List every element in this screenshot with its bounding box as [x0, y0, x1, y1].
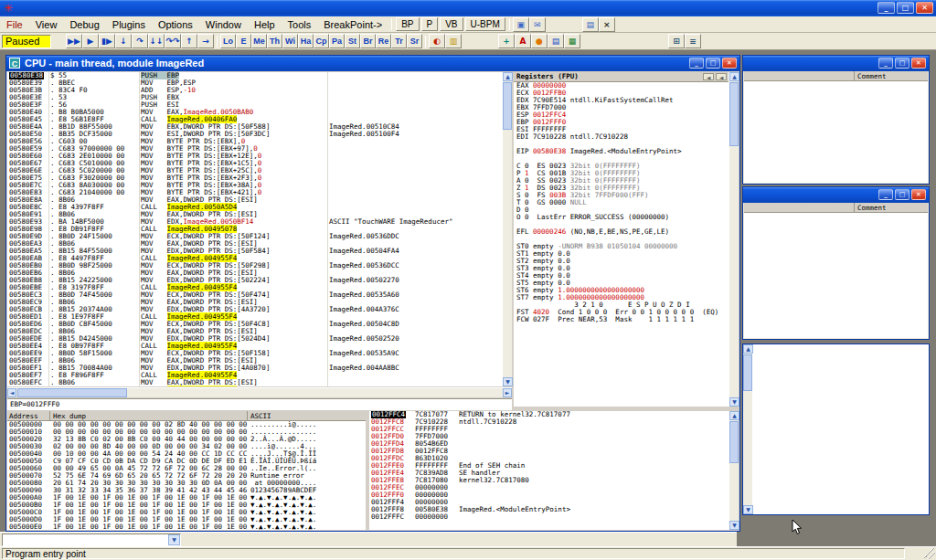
window-shortcut-button[interactable]: Lo [220, 34, 236, 48]
menu-icon[interactable]: ≡ [685, 34, 701, 48]
scroll-thumb[interactable] [729, 421, 739, 463]
float-pane-scrollbar[interactable]: ▲ ▼ [743, 344, 753, 514]
window-icon[interactable]: ▣ [513, 17, 529, 32]
menu-item[interactable]: Plugins [106, 18, 152, 31]
register-line[interactable]: EFL 00000246 (NO,NB,E,BE,NS,PE,GE,LE) [514, 228, 729, 236]
step-into-button[interactable]: ↓ [115, 34, 132, 48]
menu-item[interactable]: View [29, 18, 64, 31]
register-line[interactable]: O 0 LastErr ERROR_SUCCESS (00000000) [514, 214, 729, 221]
window-shortcut-button[interactable]: Me [251, 34, 267, 48]
stack-pane[interactable]: 0012FFC47C817077RETURN to kernel32.7C817… [369, 411, 729, 530]
menu-toolbar-button[interactable]: VB [440, 17, 463, 31]
run-button[interactable]: ▶ [82, 34, 99, 48]
tile-windows-icon[interactable]: ⊞ [668, 34, 685, 48]
menu-item[interactable]: Debug [63, 18, 105, 31]
window-shortcut-button[interactable]: Sr [407, 34, 422, 48]
scroll-thumb[interactable] [503, 82, 512, 130]
breakpoint-icon[interactable]: ◐ [429, 34, 445, 48]
float-window-content[interactable] [744, 213, 928, 348]
pause-button[interactable]: ▮▶ [99, 34, 115, 48]
disasm-hscrollbar[interactable]: ◄ ► [7, 387, 512, 397]
stack-scrollbar[interactable]: ▲ ▼ [729, 411, 739, 530]
mail-icon[interactable]: ✉ [529, 17, 546, 32]
appearance-icon[interactable]: A [515, 34, 531, 48]
menu-item[interactable]: Help [248, 18, 282, 31]
maximize-button[interactable]: □ [895, 189, 909, 200]
options-icon[interactable]: ▤ [548, 34, 564, 48]
window-shortcut-button[interactable]: Wi [282, 34, 298, 48]
dump-row[interactable]: 005000E01F 00 1E 00 1F 00 1E 00 1F 00 1E… [7, 523, 366, 530]
menu-toolbar-button[interactable]: BP [396, 17, 419, 31]
app-titlebar[interactable]: ✳ _□✕ [0, 0, 936, 16]
maximize-button[interactable]: □ [897, 2, 914, 14]
menu-item[interactable]: Tools [282, 18, 318, 31]
register-line[interactable]: FCW 027F Prec NEAR,53 Mask 1 1 1 1 1 1 [514, 316, 729, 323]
disasm-row[interactable]: 00580E3E.53PUSH EBX [7, 94, 502, 101]
scroll-right-icon[interactable]: ► [503, 388, 512, 397]
patch-icon[interactable]: ▥ [445, 34, 462, 48]
menu-item[interactable]: Window [199, 18, 248, 31]
scroll-down-icon[interactable]: ▼ [503, 377, 513, 386]
close-button[interactable]: ✕ [911, 189, 926, 200]
float-pane-3[interactable]: ▲ ▼ [742, 343, 930, 515]
minimize-button[interactable]: _ [878, 58, 893, 69]
stack-row[interactable]: 0012FFFC00000000 [369, 513, 729, 521]
regs-prev-icon[interactable]: ◄ [703, 73, 714, 80]
window-shortcut-button[interactable]: E [236, 34, 251, 48]
scroll-up-icon[interactable]: ▲ [503, 72, 513, 81]
float-window-content[interactable] [744, 81, 928, 193]
disasm-row[interactable]: 00580E3B.83C4 F0ADD ESP,-10 [7, 87, 502, 94]
window-shortcut-button[interactable]: Cp [314, 34, 329, 48]
minimize-button[interactable]: _ [689, 58, 704, 69]
scroll-down-icon[interactable]: ▼ [743, 505, 753, 514]
trace-into-button[interactable]: ↓↓ [148, 34, 165, 48]
float-window-titlebar[interactable]: _□✕ [743, 187, 929, 203]
scroll-down-icon[interactable]: ▼ [729, 397, 739, 407]
window-shortcut-button[interactable]: Th [267, 34, 282, 48]
float-window-titlebar[interactable]: _□✕ [743, 56, 929, 71]
close-button[interactable]: ✕ [911, 58, 926, 69]
close-button[interactable]: ✕ [916, 2, 933, 14]
window-shortcut-button[interactable]: Br [360, 34, 376, 48]
menu-item[interactable]: BreakPoint-> [317, 18, 388, 31]
close-toolbar-icon[interactable]: × [599, 17, 615, 32]
list-icon[interactable]: ▤ [582, 17, 599, 32]
resize-grip[interactable] [924, 548, 935, 559]
scroll-thumb[interactable] [17, 388, 127, 397]
menu-toolbar-button[interactable]: P [421, 17, 439, 31]
scroll-thumb[interactable] [729, 82, 739, 146]
menu-item[interactable]: Options [152, 18, 199, 31]
record-icon[interactable]: ● [531, 34, 548, 48]
menu-item[interactable]: File [0, 18, 29, 31]
step-over-button[interactable]: ↷ [132, 34, 148, 48]
regs-next-icon[interactable]: ◄ [716, 73, 727, 80]
trace-over-button[interactable]: ↷↷ [165, 34, 181, 48]
window-shortcut-button[interactable]: Ha [298, 34, 314, 48]
add-icon[interactable]: + [498, 34, 515, 48]
register-line[interactable]: EIP 00580E38 ImageRed.<ModuleEntryPoint> [514, 148, 729, 155]
command-combobox[interactable]: ▼ [2, 534, 181, 546]
window-shortcut-button[interactable]: Tr [391, 34, 407, 48]
registers-pane[interactable]: Registers (FPU) ◄ ◄ EAX 00000000ECX 0012… [514, 72, 729, 407]
window-shortcut-button[interactable]: St [345, 34, 360, 48]
maximize-button[interactable]: □ [706, 58, 720, 69]
go-to-button[interactable]: → [197, 34, 214, 48]
disassembly-pane[interactable]: 00580E38$55PUSH EBP00580E39.8BECMOV EBP,… [7, 72, 502, 386]
window-shortcut-button[interactable]: Re [376, 34, 391, 48]
scroll-up-icon[interactable]: ▲ [729, 411, 739, 420]
maximize-button[interactable]: □ [895, 58, 909, 69]
scroll-thumb[interactable] [743, 354, 752, 391]
register-line[interactable]: EDI 7C910228 ntdll.7C910228 [514, 133, 729, 141]
restart-button[interactable]: ▶▶ [66, 34, 82, 48]
window-shortcut-button[interactable]: Pa [329, 34, 345, 48]
dump-pane[interactable]: Address Hex dump ASCII 0050000000 00 00 … [7, 411, 366, 530]
minimize-button[interactable]: _ [878, 2, 895, 14]
scroll-left-icon[interactable]: ◄ [7, 388, 16, 397]
registers-scrollbar[interactable]: ▲ ▼ [729, 72, 739, 407]
register-line[interactable]: T 0 GS 0000 NULL [514, 199, 729, 206]
execute-till-return-button[interactable]: ↑ [181, 34, 197, 48]
grid-icon[interactable]: ▦ [564, 34, 580, 48]
disasm-scrollbar[interactable]: ▲ ▼ [502, 72, 512, 386]
close-button[interactable]: ✕ [722, 58, 737, 69]
minimize-button[interactable]: _ [878, 189, 893, 200]
